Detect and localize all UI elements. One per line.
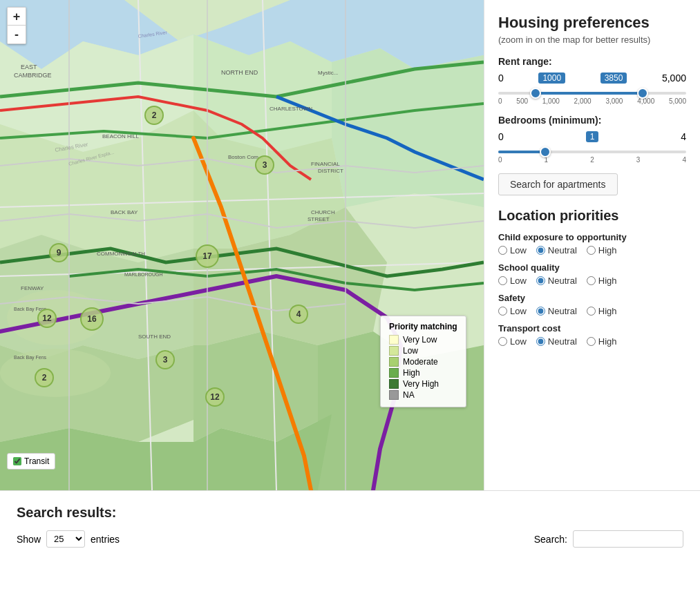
bed-ticks: 0 1 2 3 4 [498, 156, 686, 164]
legend-label: Low [403, 346, 418, 356]
show-label: Show [17, 534, 41, 545]
svg-line-5 [138, 0, 152, 490]
radio-option-safety-high[interactable]: High [587, 306, 617, 316]
radio-group-transport: Low Neutral High [498, 336, 686, 347]
rent-slider-container[interactable]: 0 500 1,000 2,000 3,000 4,000 5,000 [498, 92, 686, 105]
rent-min-val: 0 [498, 73, 504, 84]
cluster-marker[interactable]: 12 [37, 309, 57, 328]
cluster-marker[interactable]: 12 [205, 387, 225, 407]
radio-option-child-neutral[interactable]: Neutral [536, 245, 577, 255]
svg-text:Charles River: Charles River [55, 142, 89, 153]
svg-text:BEACON HILL: BEACON HILL [102, 133, 139, 139]
svg-text:EAST: EAST [21, 64, 37, 70]
legend-label: High [403, 368, 420, 378]
radio-option-transport-neutral[interactable]: Neutral [536, 336, 577, 347]
legend-color-veryhigh [389, 379, 399, 389]
zoom-controls: + - [7, 7, 26, 44]
cluster-marker[interactable]: 3 [155, 350, 175, 369]
cluster-marker[interactable]: 16 [80, 307, 104, 331]
radio-option-safety-low[interactable]: Low [498, 306, 527, 316]
legend-item: High [389, 368, 457, 378]
legend-item: Very Low [389, 335, 457, 345]
svg-text:CHURCH: CHURCH [311, 209, 335, 215]
svg-text:Charles River Espla...: Charles River Espla... [68, 150, 115, 167]
legend-color-verylow [389, 335, 399, 345]
radio-option-school-high[interactable]: High [587, 276, 617, 286]
bed-range-fill [498, 151, 545, 153]
legend-label: Moderate [403, 357, 438, 367]
radio-option-child-low[interactable]: Low [498, 245, 527, 255]
legend-item: Low [389, 346, 457, 356]
search-apartments-button[interactable]: Search for apartments [498, 173, 618, 195]
svg-line-3 [0, 193, 484, 207]
svg-text:Back Bay Fens: Back Bay Fens [14, 355, 47, 360]
radio-option-transport-high[interactable]: High [587, 336, 617, 347]
cluster-marker[interactable]: 3 [255, 155, 274, 175]
svg-text:STREET: STREET [308, 216, 330, 222]
entries-select[interactable]: 10 25 50 100 [46, 530, 85, 548]
priority-row-child: Child exposure to opportunity Low Neutra… [498, 232, 686, 255]
priority-row-safety: Safety Low Neutral High [498, 293, 686, 316]
osm-link[interactable]: OpenStreetMap [392, 478, 442, 485]
svg-text:NORTH END: NORTH END [221, 69, 258, 76]
svg-text:MARLBOROUGH: MARLBOROUGH [124, 272, 163, 277]
svg-text:FINANCIAL: FINANCIAL [311, 161, 340, 167]
priority-label-child: Child exposure to opportunity [498, 232, 686, 242]
bed-slider-container[interactable]: 0 1 2 3 4 [498, 151, 686, 164]
zoom-in-button[interactable]: + [8, 8, 26, 26]
svg-text:CAMBRIDGE: CAMBRIDGE [14, 72, 52, 79]
housing-prefs-subtitle: (zoom in on the map for better results) [498, 35, 686, 45]
transit-button[interactable]: Transit [7, 453, 55, 470]
transit-label: Transit [24, 456, 49, 466]
cartodb-link[interactable]: CartoDB [451, 478, 477, 485]
bed-range-track [498, 151, 686, 153]
search-label: Search: [534, 534, 567, 545]
legend-label: NA [403, 390, 415, 400]
transit-checkbox[interactable] [13, 457, 21, 465]
bed-max-val: 4 [681, 131, 686, 142]
legend-color-moderate [389, 357, 399, 367]
svg-text:CHARLESTOWN: CHARLESTOWN [269, 106, 312, 112]
show-entries: Show 10 25 50 100 entries [17, 530, 120, 548]
radio-group-safety: Low Neutral High [498, 306, 686, 316]
legend-label: Very Low [403, 335, 437, 345]
svg-text:Mystic...: Mystic... [318, 70, 338, 76]
bed-thumb[interactable] [540, 146, 551, 157]
rent-range-fill [536, 92, 643, 95]
radio-option-child-high[interactable]: High [587, 245, 617, 255]
cluster-marker[interactable]: 2 [35, 368, 54, 387]
attribution-text: Leaflet | © OpenStreetMap © CartoDB [359, 478, 477, 485]
radio-option-school-neutral[interactable]: Neutral [536, 276, 577, 286]
housing-prefs-title: Housing preferences [498, 14, 686, 32]
bed-min-val: 0 [498, 131, 504, 142]
results-search-input[interactable] [573, 530, 683, 548]
svg-rect-0 [0, 0, 484, 490]
radio-group-school: Low Neutral High [498, 276, 686, 286]
cluster-marker[interactable]: 9 [49, 243, 68, 262]
svg-line-4 [0, 262, 484, 276]
radio-option-school-low[interactable]: Low [498, 276, 527, 286]
cluster-marker[interactable]: 4 [289, 305, 308, 324]
map-container[interactable]: EAST CAMBRIDGE NORTH END Mystic... CHARL… [0, 0, 484, 490]
rent-thumb-high[interactable] [637, 88, 648, 99]
rent-ticks: 0 500 1,000 2,000 3,000 4,000 5,000 [498, 97, 686, 105]
rent-max-val: 5,000 [662, 73, 686, 84]
legend-color-high [389, 368, 399, 378]
svg-text:Charles River: Charles River [138, 30, 168, 39]
zoom-out-button[interactable]: - [8, 26, 26, 44]
results-controls: Show 10 25 50 100 entries Search: [17, 530, 683, 548]
radio-option-safety-neutral[interactable]: Neutral [536, 306, 577, 316]
sidebar: Housing preferences (zoom in on the map … [484, 0, 700, 490]
legend-item: Very High [389, 379, 457, 389]
rent-range-values: 0 1000 3850 5,000 [498, 73, 686, 84]
cluster-marker[interactable]: 2 [144, 106, 164, 125]
radio-group-child: Low Neutral High [498, 245, 686, 255]
bedrooms-label: Bedrooms (minimum): [498, 115, 686, 126]
cluster-marker[interactable]: 17 [196, 244, 219, 268]
svg-point-2 [0, 349, 111, 397]
legend-title: Priority matching [389, 322, 457, 331]
results-title: Search results: [17, 505, 683, 521]
radio-option-transport-low[interactable]: Low [498, 336, 527, 347]
svg-line-6 [263, 0, 276, 490]
rent-thumb-low[interactable] [530, 88, 541, 99]
